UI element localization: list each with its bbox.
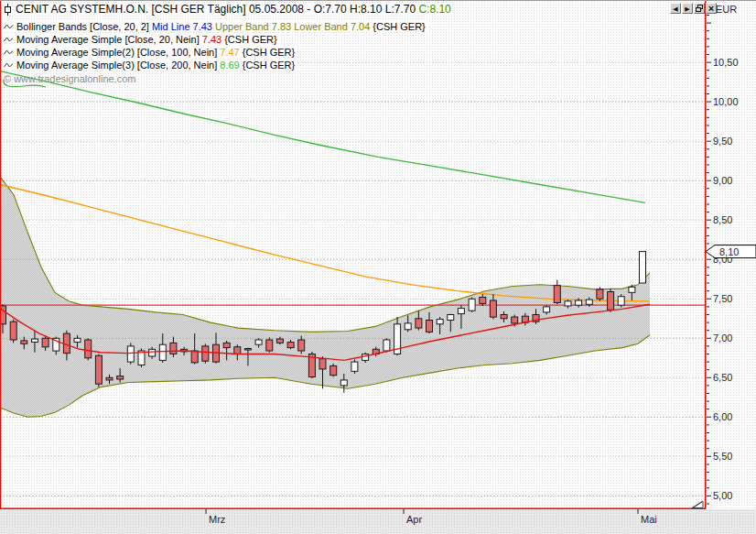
candle-body xyxy=(85,340,92,358)
watermark: © www.tradesignalonline.com xyxy=(4,73,135,84)
month-label: Apr xyxy=(406,514,422,525)
scroll-right-button[interactable]: ▶ xyxy=(682,3,693,14)
price-tick-label: 5,50 xyxy=(713,451,732,462)
candle-body xyxy=(448,315,454,321)
candle-body xyxy=(21,341,27,343)
candle-body xyxy=(95,355,102,384)
axis-currency-label: EUR xyxy=(716,4,737,15)
price-axis[interactable]: 10,5010,009,509,008,508,007,507,006,506,… xyxy=(705,1,756,509)
candle-body xyxy=(469,299,475,311)
indicator-line-icon xyxy=(4,48,14,57)
candle-body xyxy=(565,301,571,306)
price-tick-label: 7,50 xyxy=(713,293,732,304)
last-price-flag-label: 8,10 xyxy=(719,246,739,257)
legend-segment: 7.43 xyxy=(202,34,221,45)
legend-segment: 7.47 xyxy=(220,47,239,58)
plot-resize-icon[interactable] xyxy=(691,500,704,509)
candle-body xyxy=(234,347,241,354)
price-tick-label: 10,50 xyxy=(713,57,739,68)
restore-window-button[interactable] xyxy=(694,3,705,14)
legend-row[interactable]: Moving Average Simple(3) [Close, 200, Ne… xyxy=(3,59,297,71)
candle-body xyxy=(351,362,358,371)
legend-row[interactable]: Moving Average Simple(2) [Close, 100, Ne… xyxy=(3,46,297,58)
candle-body xyxy=(298,340,305,351)
candle-body xyxy=(437,320,443,324)
candle-body xyxy=(223,343,230,347)
candle-body xyxy=(554,286,560,303)
scroll-left-button[interactable]: ◀ xyxy=(670,3,681,14)
close-button[interactable]: × xyxy=(706,3,717,14)
candle-body xyxy=(576,300,582,305)
candle-body xyxy=(405,323,411,330)
candle-body xyxy=(490,300,496,317)
candle-body xyxy=(287,343,294,348)
price-tick-label: 9,50 xyxy=(713,136,732,147)
candle-body xyxy=(202,346,209,361)
candle-body xyxy=(32,339,38,342)
price-tick-label: 10,00 xyxy=(713,96,739,107)
legend-row[interactable]: Bollinger Bands [Close, 20, 2] Mid Line … xyxy=(3,20,428,32)
month-label: Mai xyxy=(641,514,657,525)
candle-body xyxy=(640,252,646,283)
price-axis-scale: 10,5010,009,509,008,508,007,507,006,506,… xyxy=(705,1,756,509)
title-segment: C:8.10 xyxy=(418,3,450,16)
time-axis[interactable]: MrzAprMai xyxy=(0,509,756,534)
price-tick-label: 8,50 xyxy=(713,214,732,225)
chart-window: 10,5010,009,509,008,508,007,507,006,506,… xyxy=(0,0,756,534)
candle-body xyxy=(159,344,166,360)
price-tick-label: 6,50 xyxy=(713,372,732,383)
candle-body xyxy=(340,380,347,386)
month-label: Mrz xyxy=(209,514,225,525)
legend-segment: {CSH GER} xyxy=(373,21,425,32)
time-axis-scale: MrzAprMai xyxy=(0,509,756,534)
legend-segment: {CSH GER} xyxy=(224,34,276,45)
candle-body xyxy=(42,338,49,347)
indicator-line-icon xyxy=(4,35,14,44)
legend-segment: 8.69 xyxy=(220,60,239,71)
price-tick-label: 9,00 xyxy=(713,175,732,186)
candle-body xyxy=(512,317,518,323)
legend-segment: {CSH GER} xyxy=(243,60,295,71)
candle-body xyxy=(629,287,635,292)
candle-body xyxy=(10,321,16,340)
legend-segment: Moving Average Simple(3) [Close, 200, Ne… xyxy=(16,60,217,71)
candle-body xyxy=(480,298,486,304)
price-tick-label: 5,00 xyxy=(713,490,732,501)
legend-segment: Moving Average Simple [Close, 20, Nein] xyxy=(16,34,200,45)
candle-body xyxy=(266,340,273,351)
candle-body xyxy=(458,309,464,314)
candle-body xyxy=(276,339,283,343)
candle-body xyxy=(106,377,113,380)
candle-body xyxy=(149,349,156,356)
candle-body xyxy=(544,307,550,312)
candle-body xyxy=(597,289,603,299)
candle-body xyxy=(618,297,624,306)
instrument-title: CENIT AG SYSTEMH.O.N. [CSH GER Täglich] … xyxy=(3,3,454,16)
candle-body xyxy=(586,300,592,304)
chart-window-buttons: ◀▶× xyxy=(670,3,717,14)
candle-body xyxy=(383,340,390,351)
ma100-line xyxy=(0,185,650,301)
legend-row[interactable]: Moving Average Simple [Close, 20, Nein] … xyxy=(3,33,280,45)
candle-body xyxy=(117,376,124,379)
price-tick-label: 6,00 xyxy=(713,411,732,422)
candle-body xyxy=(127,346,134,362)
candle-body xyxy=(319,359,326,369)
indicator-line-icon xyxy=(4,60,14,70)
candle-body xyxy=(501,315,507,319)
candle-body xyxy=(170,343,177,354)
price-tick-label: 7,00 xyxy=(713,332,732,343)
candle-body xyxy=(255,340,262,344)
candlestick-icon xyxy=(4,4,12,16)
title-segment: CENIT AG SYSTEMH.O.N. [CSH GER Täglich] … xyxy=(16,3,418,16)
title-text: CENIT AG SYSTEMH.O.N. [CSH GER Täglich] … xyxy=(16,3,451,16)
legend-segment: Bollinger Bands [Close, 20, 2] xyxy=(16,21,149,32)
candle-body xyxy=(416,319,422,328)
legend-segment: Moving Average Simple(2) [Close, 100, Ne… xyxy=(16,47,217,58)
restore-icon xyxy=(696,5,703,12)
candle-body xyxy=(330,365,337,375)
indicator-line-icon xyxy=(4,22,14,31)
ma200-line xyxy=(0,71,645,203)
candle-body xyxy=(74,338,81,342)
candle-body xyxy=(427,321,433,332)
